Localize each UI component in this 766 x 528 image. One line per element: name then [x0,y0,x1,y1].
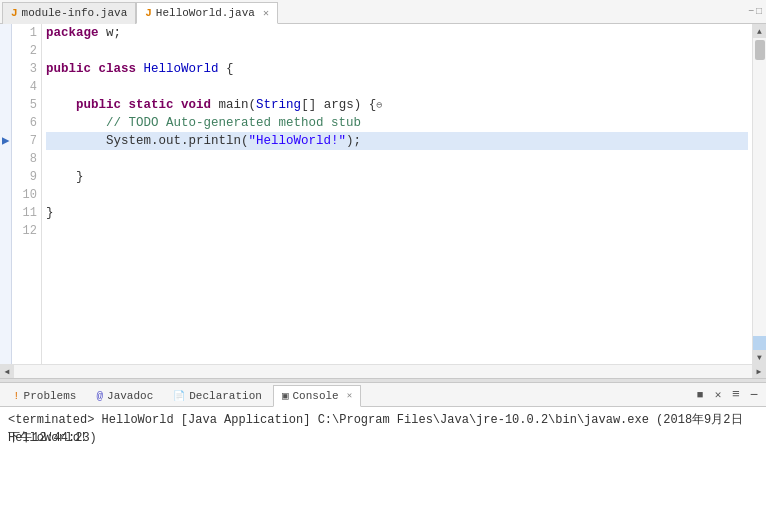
code-line-2 [46,42,748,60]
hscroll-track[interactable] [14,365,752,378]
javadoc-icon: @ [96,390,103,402]
line-num-10: 10 [12,186,37,204]
tab-module-info[interactable]: J module-info.java [2,2,136,24]
bookmark-item-3 [0,60,11,78]
code-token: out [159,134,182,148]
code-token: HelloWorld [144,62,219,76]
code-token: String [256,98,301,112]
collapse-marker[interactable]: ⊖ [376,100,382,111]
console-output: <terminated> HelloWorld [Java Applicatio… [0,407,766,528]
code-token [174,98,182,112]
scroll-right-arrow[interactable]: ▶ [752,365,766,379]
maximize-icon[interactable]: □ [756,6,762,17]
scroll-left-arrow[interactable]: ◀ [0,365,14,379]
tab-console-label: Console [293,390,339,402]
code-line-4 [46,78,748,96]
menu-button[interactable]: ≡ [728,387,744,403]
bookmark-strip [0,24,12,364]
line-num-12: 12 [12,222,37,240]
line-num-4: 4 [12,78,37,96]
code-line-5: public static void main(String[] args) {… [46,96,748,114]
bottom-tab-actions: ■ ✕ ≡ − [692,387,766,403]
tab-javadoc[interactable]: @ Javadoc [87,385,162,407]
code-token [121,98,129,112]
bookmark-item-10 [0,186,11,204]
scroll-down-arrow[interactable]: ▼ [753,350,767,364]
code-token: public [76,98,121,112]
code-token: main( [211,98,256,112]
line-num-9: 9 [12,168,37,186]
line-num-2: 2 [12,42,37,60]
bookmark-item-9 [0,168,11,186]
bookmark-item-6 [0,114,11,132]
declaration-icon: 📄 [173,390,185,402]
code-token: "HelloWorld!" [249,134,347,148]
tab-declaration-label: Declaration [189,390,262,402]
remove-button[interactable]: ✕ [710,387,726,403]
tab-declaration[interactable]: 📄 Declaration [164,385,271,407]
bookmark-item-11 [0,204,11,222]
code-token: .println( [181,134,249,148]
editor-tab-bar: J module-info.java J HelloWorld.java ✕ −… [0,0,766,24]
tab-hello-world-label: HelloWorld.java [156,7,255,19]
code-token: // TODO Auto-generated method stub [106,116,361,130]
vertical-scrollbar[interactable]: ▲ ▼ [752,24,766,364]
code-token: static [129,98,174,112]
console-icon: ▣ [282,389,289,402]
tab-javadoc-label: Javadoc [107,390,153,402]
minimize-icon[interactable]: − [748,6,754,17]
line-num-1: 1 [12,24,37,42]
tab-console-close[interactable]: ✕ [347,390,352,401]
horizontal-scrollbar[interactable]: ◀ ▶ [0,364,766,378]
code-line-11: } [46,204,748,222]
java-icon-hello: J [145,7,152,19]
code-token [91,62,99,76]
code-token: w; [99,26,122,40]
scroll-track[interactable] [753,38,766,336]
console-line-0: <terminated> HelloWorld [Java Applicatio… [8,411,758,429]
code-line-12 [46,222,748,240]
tab-problems-label: Problems [24,390,77,402]
code-token: { [219,62,234,76]
tab-console[interactable]: ▣ Console ✕ [273,385,361,407]
code-line-6: // TODO Auto-generated method stub [46,114,748,132]
bookmark-item-8 [0,150,11,168]
tab-problems[interactable]: ! Problems [4,385,85,407]
line-num-6: 6 [12,114,37,132]
editor-area: 123456789101112 package w; public class … [0,24,766,364]
tab-hello-world-close[interactable]: ✕ [263,7,269,19]
scroll-up-arrow[interactable]: ▲ [753,24,767,38]
code-token: public [46,62,91,76]
tab-module-info-label: module-info.java [22,7,128,19]
code-line-10 [46,186,748,204]
code-token: } [46,206,54,220]
scroll-indicator [753,336,767,350]
code-token: package [46,26,99,40]
bookmark-item-5 [0,96,11,114]
console-line-1: HelloWorld! [8,429,758,447]
bookmark-item-12 [0,222,11,240]
bottom-panel: ! Problems @ Javadoc 📄 Declaration ▣ Con… [0,383,766,528]
code-token [46,134,106,148]
line-num-8: 8 [12,150,37,168]
bottom-tab-bar: ! Problems @ Javadoc 📄 Declaration ▣ Con… [0,383,766,407]
bookmark-item-2 [0,42,11,60]
line-num-3: 3 [12,60,37,78]
line-numbers: 123456789101112 [12,24,42,364]
code-line-1: package w; [46,24,748,42]
code-token: class [99,62,137,76]
scroll-thumb[interactable] [755,40,765,60]
minimize-panel-button[interactable]: − [746,387,762,403]
code-token [136,62,144,76]
bookmark-item-4 [0,78,11,96]
code-line-8 [46,150,748,168]
tab-hello-world[interactable]: J HelloWorld.java ✕ [136,2,278,24]
line-num-5: 5 [12,96,37,114]
line-num-11: 11 [12,204,37,222]
code-token [46,116,106,130]
code-editor[interactable]: package w; public class HelloWorld { pub… [42,24,752,364]
line-num-7: 7 [12,132,37,150]
terminate-button[interactable]: ■ [692,387,708,403]
code-line-9: } [46,168,748,186]
code-token: void [181,98,211,112]
